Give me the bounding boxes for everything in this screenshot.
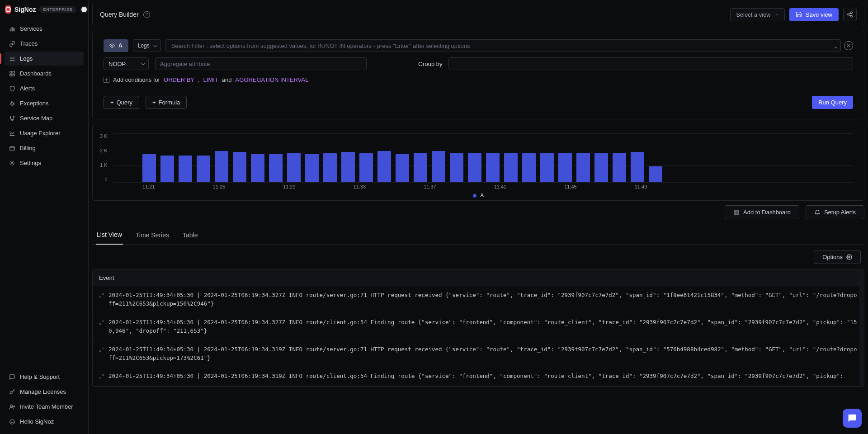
share-button[interactable] [843, 8, 857, 21]
chart-bar[interactable] [432, 151, 445, 182]
expand-icon[interactable] [99, 319, 104, 327]
order-by-link[interactable]: ORDER BY [164, 76, 194, 83]
query-builder-header: Query Builder ? Select a view Save view [92, 3, 864, 26]
bars-icon [9, 26, 15, 32]
add-query-button[interactable]: + Query [104, 96, 139, 109]
log-row[interactable]: 2024-01-25T11:49:34+05:30 | 2024-01-25T0… [93, 313, 864, 340]
add-formula-button[interactable]: + Formula [146, 96, 187, 109]
sidebar-item-billing[interactable]: Billing [5, 141, 84, 155]
run-query-button[interactable]: Run Query [812, 96, 853, 109]
chart-legend: A [93, 192, 864, 198]
select-view-dropdown[interactable]: Select a view [730, 8, 785, 21]
chart-bar[interactable] [522, 153, 536, 182]
svg-point-23 [10, 419, 15, 424]
sidebar-item-exceptions[interactable]: Exceptions [5, 96, 84, 110]
add-to-dashboard-button[interactable]: Add to Dashboard [725, 205, 799, 219]
tab-list-view[interactable]: List View [96, 231, 123, 245]
sidebar-item-logs[interactable]: Logs [5, 52, 84, 66]
query-type-value: Logs [138, 42, 150, 49]
chart-bar[interactable] [594, 153, 608, 182]
chart-bars [113, 149, 853, 182]
svg-rect-32 [734, 213, 736, 215]
chart-bar[interactable] [504, 153, 518, 182]
help-icon[interactable]: ? [143, 11, 150, 18]
sidebar-bottom-item-invite-team-member[interactable]: Invite Team Member [5, 400, 84, 414]
sidebar-bottom-item-help-support[interactable]: Help & Support [5, 370, 84, 384]
sidebar-item-label: Services [20, 25, 42, 32]
chart-bar[interactable] [179, 156, 192, 182]
scrollbar[interactable] [859, 270, 864, 387]
sidebar-item-label: Service Map [20, 115, 52, 122]
chart-bar[interactable] [414, 153, 427, 182]
agg-interval-link[interactable]: AGGREGATION INTERVAL [236, 76, 309, 83]
chart-bar[interactable] [649, 166, 662, 182]
chart-bar[interactable] [160, 156, 174, 182]
branch-icon [9, 115, 15, 122]
x-tick: 11:45 [564, 184, 577, 189]
chart-bar[interactable] [251, 154, 264, 182]
expand-icon[interactable] [99, 346, 104, 354]
query-type-select[interactable]: Logs [133, 39, 161, 52]
log-row[interactable]: 2024-01-25T11:49:34+05:30 | 2024-01-25T0… [93, 286, 864, 313]
chart-bar[interactable] [468, 153, 481, 182]
search-filter-input[interactable] [165, 39, 841, 52]
svg-point-26 [851, 15, 853, 17]
sidebar-bottom-item-manage-licenses[interactable]: Manage Licenses [5, 385, 84, 399]
expand-icon[interactable] [99, 292, 104, 300]
log-row[interactable]: 2024-01-25T11:49:34+05:30 | 2024-01-25T0… [93, 340, 864, 368]
chat-fab-button[interactable] [843, 409, 862, 428]
sidebar-item-traces[interactable]: Traces [5, 37, 84, 51]
svg-rect-9 [13, 74, 14, 76]
svg-line-27 [849, 13, 851, 14]
chart-bar[interactable] [558, 153, 572, 182]
sidebar: SigNoz ENTERPRISE ServicesTracesLogsDash… [0, 0, 89, 434]
legend-dot-icon [473, 194, 476, 198]
chart-bar[interactable] [215, 151, 228, 182]
chart-bar[interactable] [377, 151, 391, 182]
logs-table: Event 2024-01-25T11:49:34+05:30 | 2024-0… [92, 269, 864, 387]
expand-icon[interactable] [99, 373, 104, 381]
aggregate-attribute-input[interactable] [155, 57, 367, 70]
sidebar-item-usage-explorer[interactable]: Usage Explorer [5, 126, 84, 140]
chart-bar[interactable] [197, 156, 210, 182]
chart-bar[interactable] [631, 152, 644, 182]
plus-icon[interactable]: + [104, 77, 109, 83]
theme-toggle[interactable] [80, 5, 88, 14]
chart-bar[interactable] [323, 153, 337, 182]
limit-link[interactable]: LIMIT [203, 76, 218, 83]
clear-query-button[interactable]: ✕ [844, 41, 853, 50]
svg-point-34 [849, 256, 850, 258]
chart-area[interactable]: 3 K2 K1 K0 [113, 133, 853, 182]
chart-bar[interactable] [341, 152, 355, 182]
sidebar-item-label: Logs [20, 55, 33, 62]
chart-bar[interactable] [613, 153, 626, 182]
sidebar-item-services[interactable]: Services [5, 22, 84, 36]
setup-alerts-button[interactable]: Setup Alerts [806, 205, 864, 219]
tab-time-series[interactable]: Time Series [135, 231, 170, 244]
chart-bar[interactable] [305, 154, 319, 182]
sidebar-item-settings[interactable]: Settings [5, 156, 84, 170]
sidebar-bottom-item-hello-signoz[interactable]: Hello SigNoz [5, 415, 84, 429]
sidebar-item-service-map[interactable]: Service Map [5, 111, 84, 125]
chart-bar[interactable] [486, 153, 500, 182]
chart-bar[interactable] [540, 153, 554, 182]
chart-bar[interactable] [396, 154, 409, 182]
chart-bar[interactable] [233, 152, 246, 182]
chart-bar[interactable] [359, 153, 373, 182]
link-icon [9, 41, 15, 47]
chart-bar[interactable] [576, 153, 590, 182]
chart-bar[interactable] [142, 154, 156, 182]
x-tick: 11:49 [635, 184, 647, 189]
query-letter-chip[interactable]: A [104, 39, 128, 52]
options-button[interactable]: Options [814, 250, 861, 264]
aggregation-op-select[interactable]: NOOP [104, 57, 149, 70]
log-row[interactable]: 2024-01-25T11:49:34+05:30 | 2024-01-25T0… [93, 367, 864, 386]
sidebar-item-alerts[interactable]: Alerts [5, 81, 84, 95]
group-by-input[interactable] [448, 57, 853, 70]
sidebar-item-dashboards[interactable]: Dashboards [5, 66, 84, 80]
chart-bar[interactable] [269, 154, 283, 182]
save-view-button[interactable]: Save view [789, 8, 839, 21]
chart-bar[interactable] [287, 153, 301, 182]
chart-bar[interactable] [450, 153, 463, 182]
tab-table[interactable]: Table [182, 231, 198, 244]
